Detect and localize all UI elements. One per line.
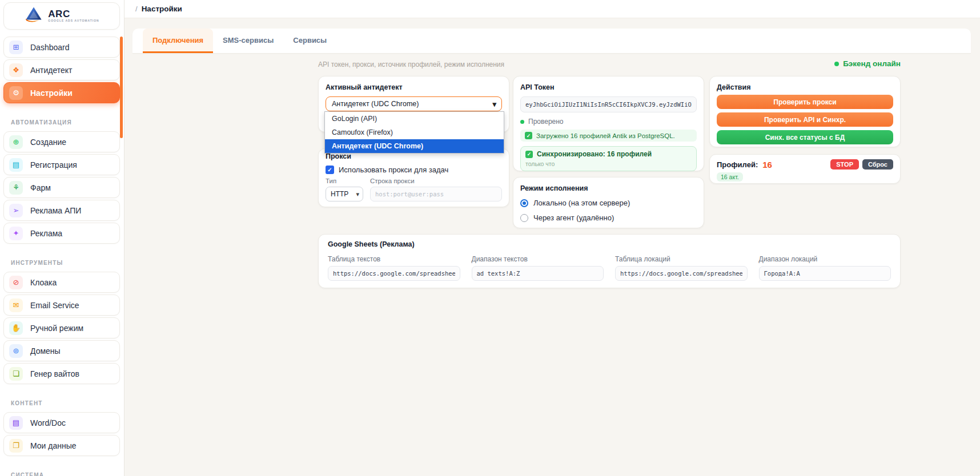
check-icon: [525, 151, 533, 158]
sync-alert-time: только что: [525, 160, 692, 167]
tab-connections[interactable]: Подключения: [143, 29, 213, 53]
sidebar-item-ads-api[interactable]: ➢ Реклама АПИ: [3, 200, 120, 221]
check-icon: [525, 132, 532, 139]
radio-unselected-icon[interactable]: [520, 214, 528, 222]
profiles-loaded-alert: Загружено 16 профилей Antik из PostgreSQ…: [520, 130, 697, 142]
clipboard-icon: ▤: [9, 158, 23, 172]
card-title: Действия: [717, 83, 893, 91]
backend-status-label: Бэкенд онлайн: [843, 59, 901, 68]
sidebar-section-system: СИСТЕМА: [11, 472, 120, 476]
active-profiles-badge: 16 акт.: [717, 172, 743, 181]
breadcrumb-bar: / Настройки: [124, 0, 980, 18]
texts-range-input[interactable]: [472, 266, 604, 281]
texts-table-label: Таблица текстов: [328, 255, 460, 263]
sidebar-item-antidetect[interactable]: ❖ Антидетект: [3, 59, 120, 80]
sidebar-item-label: Домены: [30, 346, 61, 356]
use-proxy-checkbox[interactable]: [326, 166, 334, 174]
sidebar-item-farm[interactable]: ⚘ Фарм: [3, 177, 120, 198]
sidebar-scrollbar-thumb[interactable]: [120, 37, 123, 138]
sidebar-item-white-generator[interactable]: ❏ Генер вайтов: [3, 363, 120, 384]
sidebar-section-automation: АВТОМАТИЗАЦИЯ: [11, 119, 120, 126]
texts-range-label: Диапазон текстов: [472, 255, 604, 263]
locations-table-input[interactable]: [615, 266, 748, 281]
sidebar-item-label: Мои данные: [30, 441, 77, 450]
main-area: / Настройки Подключения SMS-сервисы Серв…: [124, 0, 980, 476]
proxy-type-value: HTTP: [331, 190, 348, 198]
document-icon: ❏: [9, 367, 23, 381]
radio-selected-icon[interactable]: [520, 199, 528, 207]
sidebar-item-label: Регистрация: [30, 160, 77, 170]
sync-statuses-button[interactable]: Синх. все статусы с БД: [717, 130, 893, 144]
stop-button[interactable]: STOP: [830, 159, 859, 170]
actions-card: Действия Проверить прокси Проверить API …: [709, 76, 901, 147]
tab-services[interactable]: Сервисы: [283, 29, 336, 53]
sidebar-item-label: Фарм: [30, 183, 51, 192]
proxy-string-label: Строка прокси: [370, 178, 502, 184]
sidebar-item-label: Антидетект: [30, 66, 73, 75]
app-logo[interactable]: ARC GOOGLE ADS AUTOMATION: [3, 2, 120, 30]
check-api-sync-button[interactable]: Проверить API и Синхр.: [717, 112, 893, 127]
sparkles-icon: ✦: [9, 227, 23, 240]
megaphone-icon: ➢: [9, 204, 23, 217]
plus-circle-icon: ⊕: [9, 135, 23, 149]
dropdown-option-gologin[interactable]: GoLogin (API): [325, 112, 504, 126]
sidebar-item-label: Клоака: [30, 278, 57, 287]
status-dot-icon: [834, 62, 839, 66]
dropdown-option-camoufox[interactable]: Camoufox (Firefox): [325, 126, 504, 139]
card-title: Режим исполнения: [520, 184, 697, 192]
tabs-bar: Подключения SMS-сервисы Сервисы: [132, 29, 971, 54]
sidebar-item-create[interactable]: ⊕ Создание: [3, 131, 120, 152]
locations-range-label: Диапазон локаций: [759, 255, 891, 263]
sidebar-item-label: Генер вайтов: [30, 369, 79, 378]
locations-range-input[interactable]: [759, 266, 891, 281]
envelope-icon: ✉: [9, 298, 23, 312]
sidebar-item-label: Создание: [30, 138, 66, 147]
globe-icon: ⊚: [9, 344, 23, 358]
sidebar-item-ads[interactable]: ✦ Реклама: [3, 223, 120, 244]
antidetect-select-value: Антидетект (UDC Chrome): [332, 100, 419, 108]
proxy-string-input[interactable]: [370, 187, 502, 201]
check-proxy-button[interactable]: Проверить прокси: [717, 95, 893, 109]
card-title: Прокси: [326, 152, 502, 160]
page-subtitle: API токен, прокси, источник профилей, ре…: [318, 60, 504, 68]
antidetect-dropdown: GoLogin (API) Camoufox (Firefox) Антидет…: [324, 111, 504, 154]
profiles-label: Профилей:: [717, 160, 758, 169]
api-token-card: API Токен Проверено Загружено 16 профиле…: [513, 76, 704, 171]
sidebar-item-label: Dashboard: [30, 43, 70, 52]
sidebar-item-label: Реклама: [30, 229, 62, 238]
sidebar-item-dashboard[interactable]: ⊞ Dashboard: [3, 37, 120, 58]
tab-sms-services[interactable]: SMS-сервисы: [213, 29, 283, 53]
logo-title: ARC: [48, 10, 99, 19]
profiles-card: Профилей: 16 STOP Сброс 16 акт.: [709, 154, 901, 184]
sidebar-item-domains[interactable]: ⊚ Домены: [3, 340, 120, 361]
sidebar-item-registration[interactable]: ▤ Регистрация: [3, 154, 120, 175]
sidebar-item-email-service[interactable]: ✉ Email Service: [3, 295, 120, 316]
breadcrumb-separator: /: [135, 5, 138, 13]
texts-table-input[interactable]: [328, 266, 460, 281]
antidetect-select[interactable]: Антидетект (UDC Chrome): [326, 96, 502, 111]
sidebar-item-label: Email Service: [30, 301, 79, 310]
verified-dot-icon: [520, 120, 524, 124]
google-sheets-card: Google Sheets (Реклама) Таблица текстов …: [318, 234, 901, 288]
sidebar-item-label: Настройки: [30, 88, 73, 98]
sidebar-item-cloak[interactable]: ⊘ Клоака: [3, 272, 120, 293]
sidebar-item-my-data[interactable]: ❐ Мои данные: [3, 435, 120, 456]
logo-subtitle: GOOGLE ADS AUTOMATION: [48, 19, 99, 22]
sidebar-item-word-doc[interactable]: ▤ Word/Doc: [3, 412, 120, 433]
sidebar-section-tools: ИНСТРУМЕНТЫ: [11, 260, 120, 266]
gear-icon: ⚙: [9, 86, 23, 100]
sidebar: ARC GOOGLE ADS AUTOMATION ⊞ Dashboard ❖ …: [0, 0, 124, 476]
sidebar-item-manual-mode[interactable]: ✋ Ручной режим: [3, 317, 120, 338]
dropdown-option-udc-chrome[interactable]: Антидетект (UDC Chrome): [325, 139, 504, 153]
use-proxy-label: Использовать прокси для задач: [339, 166, 448, 174]
sprout-icon: ⚘: [9, 181, 23, 195]
sidebar-item-settings[interactable]: ⚙ Настройки: [3, 82, 120, 103]
profiles-count: 16: [762, 160, 772, 170]
proxy-type-label: Тип: [326, 178, 364, 184]
execution-option-local[interactable]: Локально (на этом сервере): [520, 199, 697, 207]
reset-button[interactable]: Сброс: [862, 159, 893, 170]
eye-off-icon: ⊘: [9, 276, 23, 289]
api-token-input[interactable]: [520, 96, 697, 112]
execution-option-agent[interactable]: Через агент (удалённо): [520, 213, 697, 222]
proxy-type-select[interactable]: HTTP: [326, 187, 363, 201]
